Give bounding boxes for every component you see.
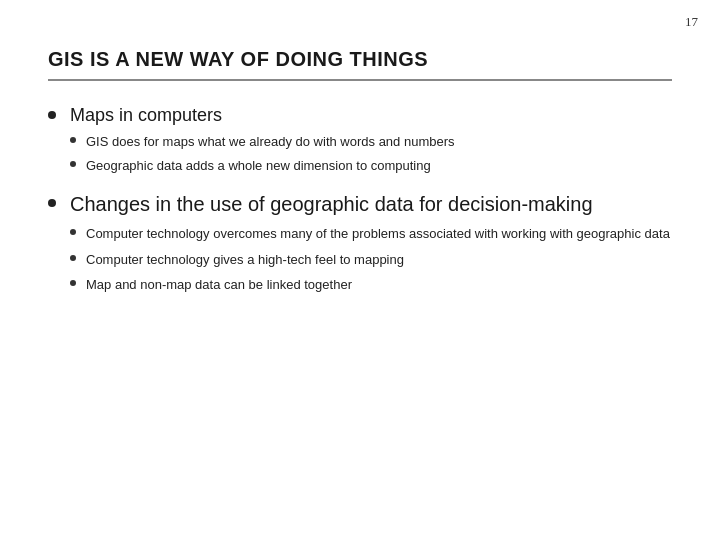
sub-bullet-icon (70, 137, 76, 143)
slide-title: GIS IS A NEW WAY OF DOING THINGS (48, 48, 672, 81)
list-item: Maps in computers GIS does for maps what… (48, 105, 672, 179)
sub-item-text: Geographic data adds a whole new dimensi… (86, 156, 431, 176)
list-item: GIS does for maps what we already do wit… (70, 132, 672, 152)
list-item: Computer technology overcomes many of th… (70, 224, 672, 244)
sub-list: GIS does for maps what we already do wit… (70, 132, 672, 175)
list-item: Changes in the use of geographic data fo… (48, 193, 672, 299)
sub-bullet-icon (70, 255, 76, 261)
list-item: Computer technology gives a high-tech fe… (70, 250, 672, 270)
sub-list: Computer technology overcomes many of th… (70, 224, 672, 295)
maps-in-computers-label: Maps in computers (70, 105, 672, 126)
changes-label: Changes in the use of geographic data fo… (70, 193, 672, 216)
main-item-content: Changes in the use of geographic data fo… (70, 193, 672, 299)
main-list: Maps in computers GIS does for maps what… (48, 105, 672, 299)
page-number: 17 (685, 14, 698, 30)
bullet-icon (48, 111, 56, 119)
sub-bullet-icon (70, 229, 76, 235)
sub-bullet-icon (70, 280, 76, 286)
main-item-content: Maps in computers GIS does for maps what… (70, 105, 672, 179)
sub-item-text: Computer technology gives a high-tech fe… (86, 250, 404, 270)
bullet-icon (48, 199, 56, 207)
sub-item-text: Computer technology overcomes many of th… (86, 224, 670, 244)
list-item: Map and non-map data can be linked toget… (70, 275, 672, 295)
list-item: Geographic data adds a whole new dimensi… (70, 156, 672, 176)
sub-item-text: GIS does for maps what we already do wit… (86, 132, 455, 152)
sub-item-text: Map and non-map data can be linked toget… (86, 275, 352, 295)
sub-bullet-icon (70, 161, 76, 167)
